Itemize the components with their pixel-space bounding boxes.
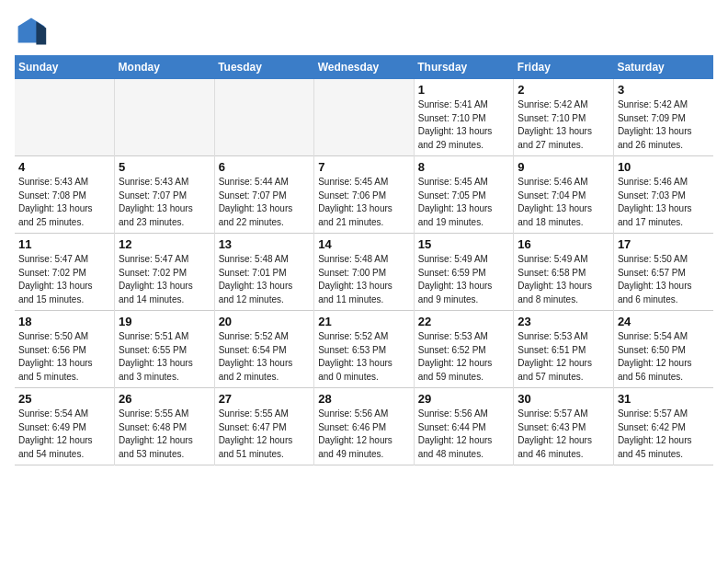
day-number: 27	[219, 392, 311, 406]
calendar-cell: 30Sunrise: 5:57 AM Sunset: 6:43 PM Dayli…	[514, 388, 614, 465]
calendar-cell: 1Sunrise: 5:41 AM Sunset: 7:10 PM Daylig…	[414, 79, 514, 156]
day-number: 28	[318, 392, 410, 406]
calendar-cell	[214, 79, 314, 156]
day-number: 2	[518, 83, 609, 97]
day-number: 17	[618, 237, 710, 251]
day-number: 30	[518, 392, 609, 406]
day-info: Sunrise: 5:55 AM Sunset: 6:47 PM Dayligh…	[219, 408, 311, 461]
weekday-header: Tuesday	[214, 55, 314, 79]
calendar-cell: 12Sunrise: 5:47 AM Sunset: 7:02 PM Dayli…	[115, 234, 215, 311]
day-number: 12	[119, 237, 210, 251]
calendar-cell: 19Sunrise: 5:51 AM Sunset: 6:55 PM Dayli…	[115, 311, 215, 388]
day-info: Sunrise: 5:54 AM Sunset: 6:50 PM Dayligh…	[618, 330, 710, 384]
calendar-cell: 20Sunrise: 5:52 AM Sunset: 6:54 PM Dayli…	[214, 311, 314, 388]
day-number: 23	[518, 315, 609, 328]
day-info: Sunrise: 5:46 AM Sunset: 7:03 PM Dayligh…	[618, 176, 710, 229]
calendar-cell	[115, 79, 215, 156]
calendar-week-row: 11Sunrise: 5:47 AM Sunset: 7:02 PM Dayli…	[15, 234, 713, 311]
day-info: Sunrise: 5:42 AM Sunset: 7:09 PM Dayligh…	[618, 98, 710, 152]
calendar-cell: 15Sunrise: 5:49 AM Sunset: 6:59 PM Dayli…	[414, 234, 514, 311]
weekday-header: Friday	[514, 55, 614, 79]
calendar-cell: 18Sunrise: 5:50 AM Sunset: 6:56 PM Dayli…	[15, 311, 115, 388]
day-info: Sunrise: 5:56 AM Sunset: 6:46 PM Dayligh…	[318, 408, 410, 461]
calendar-cell: 22Sunrise: 5:53 AM Sunset: 6:52 PM Dayli…	[414, 311, 514, 388]
weekday-header: Sunday	[15, 55, 115, 79]
weekday-header: Wednesday	[314, 55, 415, 79]
calendar-week-row: 25Sunrise: 5:54 AM Sunset: 6:49 PM Dayli…	[15, 388, 713, 465]
calendar-cell: 24Sunrise: 5:54 AM Sunset: 6:50 PM Dayli…	[613, 311, 713, 388]
weekday-header: Thursday	[414, 55, 514, 79]
day-info: Sunrise: 5:49 AM Sunset: 6:58 PM Dayligh…	[518, 253, 609, 306]
day-number: 3	[618, 83, 710, 97]
day-info: Sunrise: 5:42 AM Sunset: 7:10 PM Dayligh…	[518, 98, 609, 152]
logo	[15, 15, 51, 48]
day-info: Sunrise: 5:52 AM Sunset: 6:53 PM Dayligh…	[318, 330, 410, 384]
day-info: Sunrise: 5:45 AM Sunset: 7:06 PM Dayligh…	[318, 176, 410, 229]
calendar-cell	[15, 79, 115, 156]
calendar-body: 1Sunrise: 5:41 AM Sunset: 7:10 PM Daylig…	[15, 79, 713, 465]
calendar-cell: 4Sunrise: 5:43 AM Sunset: 7:08 PM Daylig…	[15, 156, 115, 234]
logo-icon	[15, 15, 48, 48]
day-info: Sunrise: 5:52 AM Sunset: 6:54 PM Dayligh…	[219, 330, 311, 384]
day-info: Sunrise: 5:51 AM Sunset: 6:55 PM Dayligh…	[119, 330, 210, 384]
day-number: 7	[318, 160, 410, 174]
calendar-cell: 7Sunrise: 5:45 AM Sunset: 7:06 PM Daylig…	[314, 156, 415, 234]
calendar-cell: 14Sunrise: 5:48 AM Sunset: 7:00 PM Dayli…	[314, 234, 415, 311]
calendar-table: SundayMondayTuesdayWednesdayThursdayFrid…	[15, 55, 713, 465]
calendar-cell: 29Sunrise: 5:56 AM Sunset: 6:44 PM Dayli…	[414, 388, 514, 465]
calendar-cell: 21Sunrise: 5:52 AM Sunset: 6:53 PM Dayli…	[314, 311, 415, 388]
calendar-week-row: 4Sunrise: 5:43 AM Sunset: 7:08 PM Daylig…	[15, 156, 713, 234]
day-number: 20	[219, 315, 311, 328]
calendar-cell	[314, 79, 415, 156]
day-number: 29	[418, 392, 510, 406]
day-number: 14	[318, 237, 410, 251]
day-info: Sunrise: 5:57 AM Sunset: 6:43 PM Dayligh…	[518, 408, 609, 461]
calendar-cell: 2Sunrise: 5:42 AM Sunset: 7:10 PM Daylig…	[514, 79, 614, 156]
calendar-cell: 8Sunrise: 5:45 AM Sunset: 7:05 PM Daylig…	[414, 156, 514, 234]
calendar-cell: 9Sunrise: 5:46 AM Sunset: 7:04 PM Daylig…	[514, 156, 614, 234]
day-number: 24	[618, 315, 710, 328]
day-info: Sunrise: 5:57 AM Sunset: 6:42 PM Dayligh…	[618, 408, 710, 461]
day-info: Sunrise: 5:48 AM Sunset: 7:00 PM Dayligh…	[318, 253, 410, 306]
calendar-cell: 27Sunrise: 5:55 AM Sunset: 6:47 PM Dayli…	[214, 388, 314, 465]
day-info: Sunrise: 5:44 AM Sunset: 7:07 PM Dayligh…	[219, 176, 311, 229]
day-info: Sunrise: 5:53 AM Sunset: 6:51 PM Dayligh…	[518, 330, 609, 384]
calendar-cell: 31Sunrise: 5:57 AM Sunset: 6:42 PM Dayli…	[613, 388, 713, 465]
svg-marker-1	[36, 21, 46, 44]
day-number: 15	[418, 237, 510, 251]
calendar-cell: 5Sunrise: 5:43 AM Sunset: 7:07 PM Daylig…	[115, 156, 215, 234]
calendar-cell: 23Sunrise: 5:53 AM Sunset: 6:51 PM Dayli…	[514, 311, 614, 388]
day-info: Sunrise: 5:55 AM Sunset: 6:48 PM Dayligh…	[119, 408, 210, 461]
day-number: 6	[219, 160, 311, 174]
day-number: 4	[18, 160, 110, 174]
day-number: 21	[318, 315, 410, 328]
day-number: 31	[618, 392, 710, 406]
day-number: 25	[18, 392, 110, 406]
day-number: 22	[418, 315, 510, 328]
day-number: 10	[618, 160, 710, 174]
day-info: Sunrise: 5:46 AM Sunset: 7:04 PM Dayligh…	[518, 176, 609, 229]
day-info: Sunrise: 5:56 AM Sunset: 6:44 PM Dayligh…	[418, 408, 510, 461]
page-header	[15, 15, 713, 48]
day-info: Sunrise: 5:47 AM Sunset: 7:02 PM Dayligh…	[119, 253, 210, 306]
day-number: 5	[119, 160, 210, 174]
weekday-header: Monday	[115, 55, 215, 79]
day-number: 18	[18, 315, 110, 328]
calendar-cell: 16Sunrise: 5:49 AM Sunset: 6:58 PM Dayli…	[514, 234, 614, 311]
calendar-cell: 26Sunrise: 5:55 AM Sunset: 6:48 PM Dayli…	[115, 388, 215, 465]
day-number: 8	[418, 160, 510, 174]
calendar-header: SundayMondayTuesdayWednesdayThursdayFrid…	[15, 55, 713, 79]
day-info: Sunrise: 5:54 AM Sunset: 6:49 PM Dayligh…	[18, 408, 110, 461]
calendar-cell: 10Sunrise: 5:46 AM Sunset: 7:03 PM Dayli…	[613, 156, 713, 234]
day-number: 9	[518, 160, 609, 174]
day-number: 26	[119, 392, 210, 406]
calendar-cell: 25Sunrise: 5:54 AM Sunset: 6:49 PM Dayli…	[15, 388, 115, 465]
day-info: Sunrise: 5:50 AM Sunset: 6:57 PM Dayligh…	[618, 253, 710, 306]
calendar-cell: 11Sunrise: 5:47 AM Sunset: 7:02 PM Dayli…	[15, 234, 115, 311]
calendar-cell: 6Sunrise: 5:44 AM Sunset: 7:07 PM Daylig…	[214, 156, 314, 234]
day-info: Sunrise: 5:49 AM Sunset: 6:59 PM Dayligh…	[418, 253, 510, 306]
calendar-week-row: 1Sunrise: 5:41 AM Sunset: 7:10 PM Daylig…	[15, 79, 713, 156]
day-number: 19	[119, 315, 210, 328]
day-number: 16	[518, 237, 609, 251]
day-info: Sunrise: 5:48 AM Sunset: 7:01 PM Dayligh…	[219, 253, 311, 306]
